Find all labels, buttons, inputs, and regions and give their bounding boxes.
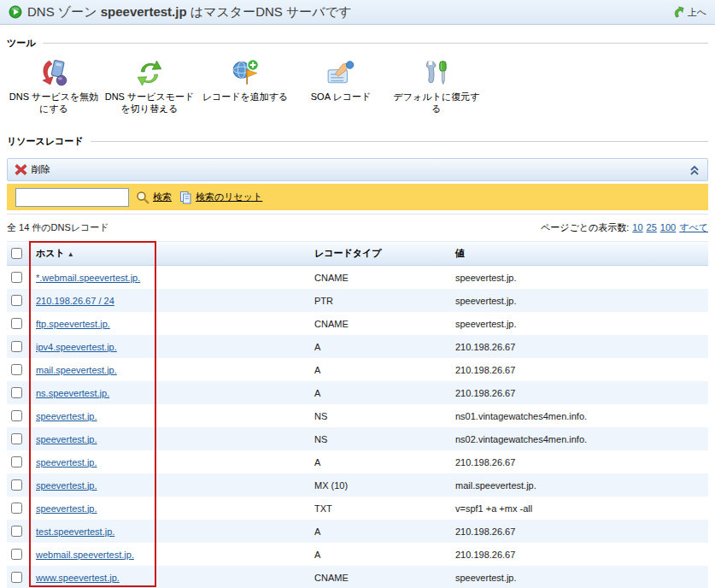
type-cell: TXT (308, 497, 448, 520)
value-cell: 210.198.26.67 (448, 520, 708, 543)
reset-search-button[interactable]: 検索のリセット (179, 191, 262, 204)
table-row: speevertest.jp. NS ns02.vintagewatches4m… (7, 427, 708, 450)
type-cell: MX (10) (308, 473, 448, 497)
host-link[interactable]: mail.speevertest.jp. (36, 365, 117, 375)
row-checkbox-cell (7, 335, 29, 358)
select-all-cell (7, 241, 29, 266)
tool-add-record[interactable]: レコードを追加する (198, 58, 292, 115)
page-size-25[interactable]: 25 (647, 222, 657, 232)
up-level-link[interactable]: 上へ (672, 6, 706, 19)
row-checkbox[interactable] (11, 272, 22, 283)
host-cell: mail.speevertest.jp. (29, 358, 308, 381)
select-all-checkbox[interactable] (11, 248, 22, 259)
search-icon (136, 191, 149, 204)
delete-button[interactable]: 削除 (15, 163, 50, 176)
type-cell: CNAME (308, 312, 448, 335)
value-cell: mail.speevertest.jp. (448, 473, 708, 497)
host-link[interactable]: speevertest.jp. (36, 503, 97, 514)
disable-dns-icon (39, 58, 68, 87)
search-input[interactable] (15, 188, 129, 207)
row-checkbox-cell (7, 266, 29, 289)
row-checkbox[interactable] (11, 341, 22, 352)
host-link[interactable]: speevertest.jp. (36, 457, 97, 467)
column-header-value[interactable]: 値 (448, 241, 708, 266)
type-cell: PTR (308, 289, 448, 312)
search-bar: 検索 検索のリセット (7, 184, 708, 210)
page-size-all[interactable]: すべて (679, 221, 708, 234)
play-icon (9, 5, 22, 19)
row-checkbox[interactable] (11, 433, 22, 444)
host-link[interactable]: speevertest.jp. (36, 480, 97, 491)
tool-switch-dns-mode[interactable]: DNS サービスモードを切り替える (103, 58, 196, 115)
row-checkbox[interactable] (11, 503, 22, 514)
host-link[interactable]: www.speevertest.jp. (36, 573, 120, 583)
column-header-host[interactable]: ホスト▲ (29, 241, 308, 266)
column-header-type[interactable]: レコードタイプ (308, 241, 448, 266)
host-link[interactable]: 210.198.26.67 / 24 (36, 296, 114, 306)
page-size-label: ページごとの表示数: (541, 221, 629, 234)
collapse-toolbar-button[interactable] (689, 164, 700, 176)
records-count-row: 全 14 件のDNSレコード ページごとの表示数: 10 25 100 すべて (7, 221, 708, 234)
type-cell: A (308, 381, 448, 404)
tool-disable-dns-service[interactable]: DNS サービスを無効にする (7, 58, 101, 115)
row-checkbox-cell (7, 312, 29, 335)
tool-soa-record[interactable]: SOA レコード (294, 58, 388, 115)
row-checkbox[interactable] (11, 410, 22, 421)
host-link[interactable]: webmail.speevertest.jp. (36, 550, 134, 560)
page-size-100[interactable]: 100 (660, 222, 676, 232)
host-cell: www.speevertest.jp. (29, 566, 308, 588)
host-link[interactable]: speevertest.jp. (36, 434, 97, 444)
row-checkbox[interactable] (11, 456, 22, 467)
row-checkbox-cell (7, 497, 29, 520)
resource-records-legend: リソースレコード (7, 135, 708, 148)
host-cell: speevertest.jp. (29, 473, 308, 497)
row-checkbox[interactable] (11, 387, 22, 398)
delete-x-icon (15, 163, 27, 176)
host-link[interactable]: *.webmail.speevertest.jp. (36, 273, 140, 283)
tool-label: DNS サービスを無効にする (7, 91, 101, 115)
row-checkbox-cell (7, 358, 29, 381)
value-cell: speevertest.jp. (448, 266, 708, 289)
row-checkbox[interactable] (11, 526, 22, 537)
host-cell: 210.198.26.67 / 24 (29, 289, 308, 312)
table-row: speevertest.jp. NS ns01.vintagewatches4m… (7, 404, 708, 427)
host-link[interactable]: ns.speevertest.jp. (36, 388, 109, 398)
row-checkbox-cell (7, 566, 29, 588)
host-link[interactable]: ipv4.speevertest.jp. (36, 342, 117, 352)
row-checkbox[interactable] (11, 572, 22, 583)
sort-ascending-icon: ▲ (67, 250, 74, 258)
row-checkbox-cell (7, 381, 29, 404)
tools-row: DNS サービスを無効にする DNS サービスモードを切り替える レコードを追加… (0, 50, 715, 120)
host-link[interactable]: test.speevertest.jp. (36, 526, 114, 537)
value-cell: 210.198.26.67 (448, 358, 708, 381)
type-cell: A (308, 450, 448, 473)
row-checkbox-cell (7, 427, 29, 450)
value-cell: 210.198.26.67 (448, 335, 708, 358)
domain-name: speevertest.jp (101, 4, 187, 19)
row-checkbox[interactable] (11, 364, 22, 375)
legend-divider (91, 141, 708, 142)
table-row: speevertest.jp. TXT v=spf1 +a +mx -all (7, 497, 708, 520)
reset-search-icon (179, 191, 192, 204)
row-checkbox[interactable] (11, 549, 22, 560)
tool-label: SOA レコード (311, 91, 371, 103)
type-cell: A (308, 358, 448, 381)
host-link[interactable]: ftp.speevertest.jp. (36, 319, 110, 329)
tool-label: DNS サービスモードを切り替える (103, 91, 196, 115)
type-cell: A (308, 543, 448, 566)
row-checkbox[interactable] (11, 479, 22, 491)
page-size-10[interactable]: 10 (632, 222, 642, 232)
tool-restore-defaults[interactable]: デフォルトに復元する (390, 58, 484, 115)
row-checkbox[interactable] (11, 318, 22, 329)
row-checkbox-cell (7, 289, 29, 312)
host-cell: speevertest.jp. (29, 497, 308, 520)
row-checkbox[interactable] (11, 295, 22, 306)
page-title-bar: DNS ゾーン speevertest.jp はマスターDNS サーバです 上へ (0, 0, 715, 25)
value-cell: 210.198.26.67 (448, 381, 708, 404)
table-row: speevertest.jp. A 210.198.26.67 (7, 450, 708, 473)
host-cell: speevertest.jp. (29, 404, 308, 427)
row-checkbox-cell (7, 543, 29, 566)
up-arrow-icon (672, 6, 685, 19)
search-button[interactable]: 検索 (136, 191, 172, 204)
host-link[interactable]: speevertest.jp. (36, 411, 97, 421)
